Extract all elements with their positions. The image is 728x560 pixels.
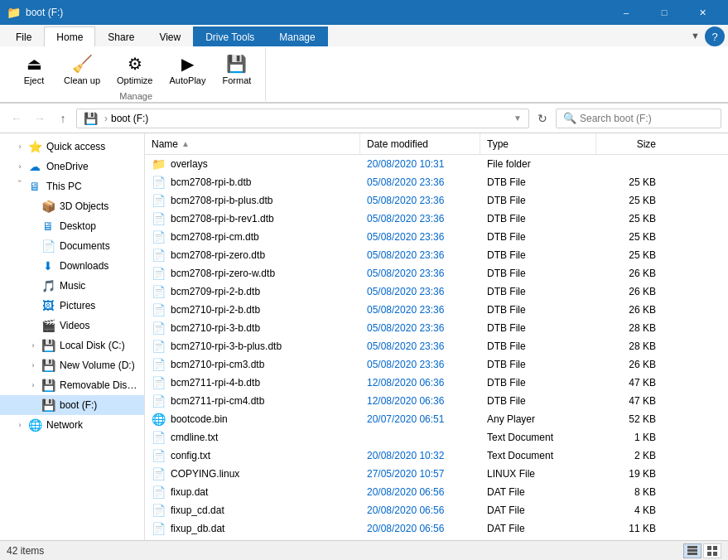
- ribbon-content: ⏏ Eject 🧹 Clean up ⚙ Optimize ▶ AutoPlay…: [0, 46, 728, 103]
- sidebar-item-local-disk-c[interactable]: › 💾 Local Disk (C:): [0, 336, 144, 355]
- ribbon-btn-eject[interactable]: ⏏ Eject: [13, 48, 55, 91]
- sidebar-item-pictures[interactable]: 🖼 Pictures: [0, 296, 144, 316]
- address-path[interactable]: 💾 › boot (F:) ▼: [76, 109, 529, 128]
- sidebar-item-network[interactable]: › 🌐 Network: [0, 415, 144, 435]
- cleanup-icon: 🧹: [72, 54, 93, 74]
- boot-disk-icon: 💾: [40, 398, 56, 412]
- ribbon-btn-autoplay[interactable]: ▶ AutoPlay: [162, 48, 213, 91]
- sidebar-label-onedrive: OneDrive: [46, 161, 89, 172]
- file-cell-date: 05/08/2020 23:36: [360, 282, 480, 301]
- table-row[interactable]: 📄 bcm2709-rpi-2-b.dtb 05/08/2020 23:36 D…: [145, 282, 728, 301]
- file-cell-date: 12/08/2020 06:36: [360, 374, 480, 392]
- table-row[interactable]: 📄 bcm2711-rpi-4-b.dtb 12/08/2020 06:36 D…: [145, 374, 728, 392]
- address-separator: ›: [104, 113, 108, 124]
- tab-home[interactable]: Home: [44, 27, 95, 46]
- col-header-name[interactable]: Name ▲: [145, 133, 360, 154]
- sidebar-label-network: Network: [46, 419, 83, 431]
- sidebar-item-downloads[interactable]: ⬇ Downloads: [0, 256, 144, 276]
- table-row[interactable]: 📄 bcm2710-rpi-cm3.dtb 05/08/2020 23:36 D…: [145, 355, 728, 374]
- ribbon-btn-format[interactable]: 💾 Format: [215, 48, 258, 91]
- svg-rect-0: [687, 546, 697, 548]
- back-button[interactable]: ←: [7, 109, 27, 128]
- maximize-button[interactable]: □: [645, 0, 683, 25]
- table-row[interactable]: 📄 bcm2708-rpi-zero-w.dtb 05/08/2020 23:3…: [145, 264, 728, 282]
- folder-icon: 📁: [152, 157, 166, 171]
- table-row[interactable]: 📄 COPYING.linux 27/05/2020 10:57 LINUX F…: [145, 465, 728, 483]
- view-large-button[interactable]: [703, 543, 721, 558]
- view-details-button[interactable]: [683, 543, 701, 558]
- file-name: bcm2708-rpi-b.dtb: [171, 176, 251, 188]
- tab-view[interactable]: View: [147, 27, 193, 46]
- table-row[interactable]: 📄 bcm2710-rpi-3-b-plus.dtb 05/08/2020 23…: [145, 337, 728, 355]
- tab-drive-tools[interactable]: Drive Tools: [193, 27, 267, 46]
- sidebar-item-removable-disk-f[interactable]: › 💾 Removable Disk (F:): [0, 375, 144, 395]
- file-cell-date: 05/08/2020 23:36: [360, 319, 480, 337]
- table-row[interactable]: 📄 bcm2708-rpi-b.dtb 05/08/2020 23:36 DTB…: [145, 173, 728, 191]
- ribbon-btn-optimize[interactable]: ⚙ Optimize: [109, 48, 160, 91]
- status-count: 42 items: [7, 545, 44, 557]
- file-icon: 📄: [152, 449, 166, 462]
- sidebar-item-boot-f[interactable]: 💾 boot (F:): [0, 395, 144, 415]
- documents-icon: 📄: [40, 239, 56, 253]
- title-bar-left: 📁 boot (F:): [7, 6, 63, 19]
- table-row[interactable]: 📄 bcm2710-rpi-2-b.dtb 05/08/2020 23:36 D…: [145, 301, 728, 319]
- minimize-button[interactable]: –: [607, 0, 645, 25]
- tab-share[interactable]: Share: [95, 27, 147, 46]
- file-cell-name: 📄 bcm2710-rpi-3-b.dtb: [145, 319, 360, 337]
- search-box[interactable]: 🔍: [556, 109, 721, 128]
- table-row[interactable]: 📄 bcm2708-rpi-cm.dtb 05/08/2020 23:36 DT…: [145, 228, 728, 246]
- sidebar-item-documents[interactable]: 📄 Documents: [0, 236, 144, 256]
- table-row[interactable]: 📄 fixup_cd.dat 20/08/2020 06:56 DAT File…: [145, 501, 728, 519]
- tab-file[interactable]: File: [3, 27, 44, 46]
- tab-manage[interactable]: Manage: [267, 27, 327, 46]
- file-cell-name: 📄 bcm2711-rpi-4-b.dtb: [145, 374, 360, 392]
- help-button[interactable]: ?: [705, 27, 725, 46]
- table-row[interactable]: 📄 fixup.dat 20/08/2020 06:56 DAT File 8 …: [145, 483, 728, 501]
- table-row[interactable]: 🌐 bootcode.bin 20/07/2020 06:51 Any Play…: [145, 410, 728, 428]
- sidebar-item-onedrive[interactable]: › ☁ OneDrive: [0, 157, 144, 176]
- col-header-date[interactable]: Date modified: [360, 133, 480, 154]
- title-bar: 📁 boot (F:) – □ ✕: [0, 0, 728, 25]
- up-button[interactable]: ↑: [53, 109, 73, 128]
- expand-icon: ›: [27, 381, 40, 389]
- table-row[interactable]: 📁 overlays 20/08/2020 10:31 File folder: [145, 155, 728, 173]
- search-input[interactable]: [580, 113, 712, 124]
- table-row[interactable]: 📄 config.txt 20/08/2020 10:32 Text Docum…: [145, 447, 728, 465]
- ribbon-btn-format-label: Format: [222, 75, 251, 85]
- file-cell-type: LINUX File: [480, 465, 596, 483]
- table-row[interactable]: 📄 bcm2708-rpi-b-rev1.dtb 05/08/2020 23:3…: [145, 210, 728, 228]
- refresh-button[interactable]: ↻: [533, 109, 552, 128]
- sidebar-item-new-volume-d[interactable]: › 💾 New Volume (D:): [0, 355, 144, 375]
- ribbon-btn-cleanup[interactable]: 🧹 Clean up: [56, 48, 108, 91]
- table-row[interactable]: 📄 bcm2710-rpi-3-b.dtb 05/08/2020 23:36 D…: [145, 319, 728, 337]
- svg-rect-1: [687, 549, 697, 552]
- col-header-size[interactable]: Size: [596, 133, 663, 154]
- sidebar-label-music: Music: [60, 280, 85, 292]
- file-cell-size: 47 KB: [596, 392, 663, 410]
- expand-icon: ›: [27, 341, 40, 350]
- file-cell-type: DTB File: [480, 301, 596, 319]
- file-cell-date: 05/08/2020 23:36: [360, 264, 480, 282]
- folder-icon: 📁: [7, 6, 21, 19]
- sidebar-item-3d-objects[interactable]: 📦 3D Objects: [0, 196, 144, 216]
- sidebar-item-this-pc[interactable]: › 🖥 This PC: [0, 176, 144, 196]
- table-row[interactable]: 📄 bcm2708-rpi-zero.dtb 05/08/2020 23:36 …: [145, 246, 728, 264]
- file-cell-date: 12/08/2020 06:36: [360, 392, 480, 410]
- file-cell-date: 20/08/2020 10:31: [360, 155, 480, 173]
- sidebar-item-music[interactable]: 🎵 Music: [0, 276, 144, 296]
- col-header-type[interactable]: Type: [480, 133, 596, 154]
- table-row[interactable]: 📄 bcm2711-rpi-cm4.dtb 12/08/2020 06:36 D…: [145, 392, 728, 410]
- file-cell-type: DTB File: [480, 210, 596, 228]
- svg-rect-2: [687, 553, 697, 555]
- expand-ribbon-icon[interactable]: ▼: [686, 31, 705, 41]
- table-row[interactable]: 📄 bcm2708-rpi-b-plus.dtb 05/08/2020 23:3…: [145, 191, 728, 210]
- sidebar-item-quick-access[interactable]: › ⭐ Quick access: [0, 137, 144, 157]
- sidebar-item-desktop[interactable]: 🖥 Desktop: [0, 216, 144, 236]
- file-name: fixup_db.dat: [171, 523, 224, 534]
- sidebar-item-videos[interactable]: 🎬 Videos: [0, 316, 144, 336]
- close-button[interactable]: ✕: [683, 0, 721, 25]
- forward-button[interactable]: →: [30, 109, 50, 128]
- table-row[interactable]: 📄 cmdline.txt Text Document 1 KB: [145, 428, 728, 447]
- table-row[interactable]: 📄 fixup_db.dat 20/08/2020 06:56 DAT File…: [145, 519, 728, 538]
- file-area: Name ▲ Date modified Type Size 📁 overlay…: [145, 133, 728, 540]
